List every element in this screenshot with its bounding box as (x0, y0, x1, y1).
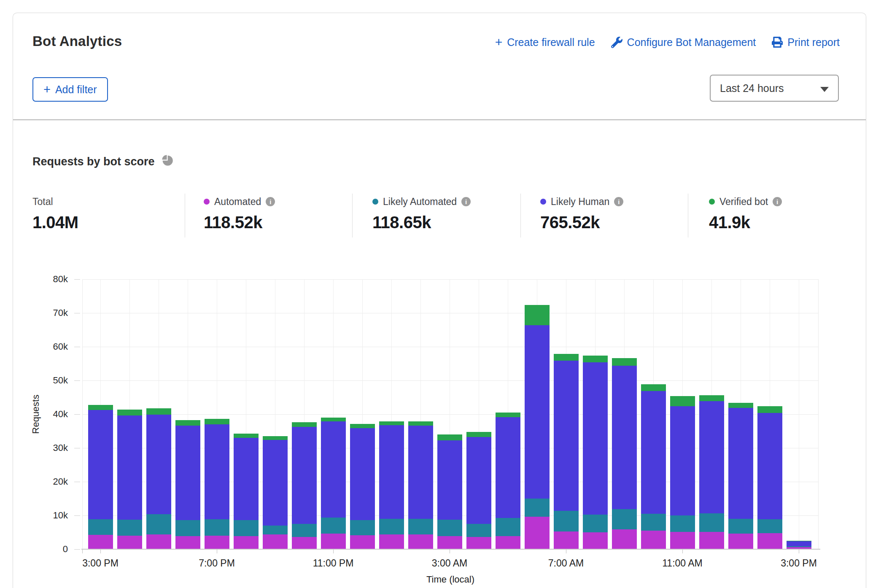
bar-segment-verified-bot (583, 356, 608, 363)
h-gridline (82, 313, 819, 313)
bar-segment-verified-bot (699, 395, 724, 401)
bar-column[interactable] (350, 424, 375, 549)
bar-segment-likely-human (699, 401, 724, 513)
y-tick-label: 60k (31, 341, 68, 352)
stat-total: Total 1.04M (32, 195, 78, 232)
bar-segment-likely-automated (350, 520, 375, 535)
bar-segment-verified-bot (175, 420, 200, 426)
bar-segment-verified-bot (728, 403, 753, 408)
y-tick-label: 10k (31, 510, 68, 521)
configure-bot-management-link[interactable]: Configure Bot Management (611, 36, 756, 49)
bar-segment-likely-automated (175, 520, 200, 536)
bar-column[interactable] (205, 419, 229, 549)
bar-column[interactable] (466, 432, 491, 549)
add-filter-label: Add filter (55, 84, 97, 96)
add-filter-button[interactable]: + Add filter (32, 77, 108, 102)
bar-segment-automated (263, 534, 288, 549)
bar-segment-automated (496, 536, 520, 549)
bar-column[interactable] (496, 413, 520, 549)
y-tick (74, 347, 80, 347)
create-firewall-rule-link[interactable]: + Create firewall rule (495, 36, 595, 49)
bar-segment-likely-human (234, 438, 259, 520)
bar-column[interactable] (117, 410, 142, 549)
printer-icon (772, 37, 783, 48)
header-divider (13, 119, 866, 120)
info-icon[interactable]: i (266, 197, 275, 206)
bar-column[interactable] (554, 354, 579, 549)
bar-column[interactable] (437, 434, 462, 549)
x-tick-label: 7:00 PM (181, 558, 253, 569)
x-tick-label: 7:00 AM (530, 558, 602, 569)
bar-segment-likely-automated (117, 520, 142, 536)
stat-automated-value: 118.52k (204, 213, 275, 232)
bar-segment-likely-automated (408, 519, 433, 534)
bar-column[interactable] (321, 418, 346, 549)
bar-segment-automated (146, 534, 171, 549)
bar-segment-likely-human (525, 325, 550, 499)
bar-segment-automated (175, 536, 200, 549)
y-tick-label: 0 (31, 544, 68, 555)
bar-segment-automated (117, 536, 142, 549)
bar-column[interactable] (525, 305, 550, 549)
bar-column[interactable] (757, 406, 782, 549)
bar-column[interactable] (379, 421, 404, 549)
info-icon[interactable]: i (461, 197, 471, 206)
y-tick-label: 70k (31, 307, 68, 318)
bar-segment-likely-human (263, 440, 288, 525)
bar-segment-verified-bot (321, 418, 346, 422)
bar-segment-verified-bot (234, 434, 259, 438)
bar-segment-likely-automated (205, 519, 229, 536)
bar-segment-likely-human (437, 440, 462, 520)
timeframe-value: Last 24 hours (720, 82, 784, 94)
x-tick-label: 11:00 PM (297, 558, 369, 569)
print-report-link[interactable]: Print report (772, 36, 840, 49)
bar-column[interactable] (670, 396, 695, 549)
bar-column[interactable] (263, 436, 288, 549)
stats-row: Total 1.04M Automated i 118.52k Likely A… (13, 193, 866, 239)
h-gridline (82, 347, 819, 347)
likely-human-legend-dot (540, 199, 546, 205)
chevron-down-icon (820, 87, 829, 92)
bar-segment-likely-human (787, 541, 811, 547)
bar-segment-verified-bot (205, 419, 229, 424)
bar-segment-likely-human (408, 426, 433, 519)
stat-verified-bot: Verified bot i 41.9k (709, 195, 782, 232)
bar-segment-verified-bot (379, 421, 404, 426)
bar-segment-likely-human (612, 366, 637, 509)
bar-column[interactable] (88, 405, 113, 549)
y-tick (74, 482, 80, 482)
bar-column[interactable] (292, 422, 317, 549)
bar-column[interactable] (787, 541, 811, 549)
bar-segment-automated (234, 536, 259, 549)
page-title: Bot Analytics (32, 33, 122, 49)
bar-segment-automated (88, 535, 113, 549)
bar-segment-automated (292, 537, 317, 549)
likely-automated-legend-dot (372, 199, 378, 205)
bar-column[interactable] (146, 408, 171, 549)
stat-divider (688, 194, 688, 237)
wrench-icon (611, 37, 622, 48)
bar-column[interactable] (583, 356, 608, 549)
bar-column[interactable] (612, 358, 637, 549)
bar-segment-likely-human (146, 415, 171, 514)
automated-legend-dot (204, 199, 210, 205)
bar-column[interactable] (728, 403, 753, 549)
bar-column[interactable] (641, 384, 666, 549)
x-tick-label: 3:00 AM (414, 558, 485, 569)
bar-column[interactable] (175, 420, 200, 549)
section-title-label: Requests by bot score (32, 155, 155, 168)
x-tick-label: 3:00 PM (763, 558, 835, 569)
bar-segment-verified-bot (757, 406, 782, 413)
bar-column[interactable] (408, 421, 433, 549)
configure-bot-management-label: Configure Bot Management (627, 36, 756, 49)
bar-segment-automated (205, 536, 229, 549)
x-tick (566, 550, 566, 553)
info-icon[interactable]: i (773, 197, 782, 206)
timeframe-select[interactable]: Last 24 hours (710, 75, 839, 102)
info-icon[interactable]: i (614, 197, 623, 206)
bar-segment-automated (466, 537, 491, 549)
y-tick (74, 279, 80, 280)
bar-segment-likely-human (292, 427, 317, 524)
bar-column[interactable] (699, 395, 724, 549)
bar-column[interactable] (234, 434, 259, 549)
